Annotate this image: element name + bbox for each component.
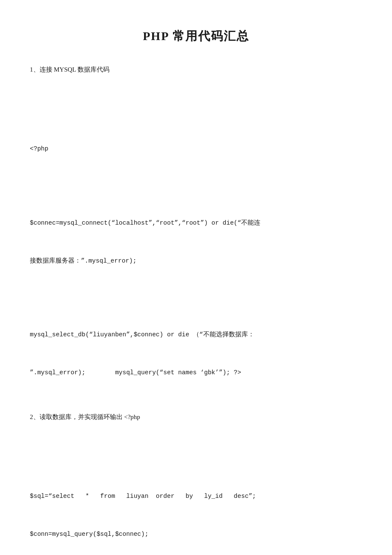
code-line: ”.mysql_error); mysql_query(“set names ‘… (30, 367, 362, 379)
section-2: 2、读取数据库，并实现循环输出 <?php $sql=“select * fro… (30, 411, 362, 555)
code-line: mysql_select_db(“liuyanben”,$connec) or … (30, 329, 362, 341)
section-1-code: <?php $connec=mysql_connect(“localhost”,… (30, 82, 362, 404)
code-line: $sql=“select * from liuyan order by ly_i… (30, 490, 362, 503)
code-line: $connec=mysql_connect(“localhost”,“root”… (30, 217, 362, 229)
section-1: 1、连接 MYSQL 数据库代码 <?php $connec=mysql_con… (30, 64, 362, 404)
blank-line (30, 181, 362, 192)
section-2-header: 2、读取数据库，并实现循环输出 <?php (30, 411, 362, 423)
blank-line (30, 107, 362, 118)
content-area: 1、连接 MYSQL 数据库代码 <?php $connec=mysql_con… (30, 64, 362, 555)
section-2-code: $sql=“select * from liuyan order by ly_i… (30, 430, 362, 555)
section-1-header: 1、连接 MYSQL 数据库代码 (30, 64, 362, 75)
code-line: $conn=mysql_query($sql,$connec); (30, 528, 362, 541)
code-line: 接数据库服务器：”.mysql_error); (30, 255, 362, 267)
code-line: <?php (30, 143, 362, 155)
blank-line (30, 293, 362, 304)
page-title: PHP 常用代码汇总 (30, 26, 362, 47)
blank-line (30, 454, 362, 465)
